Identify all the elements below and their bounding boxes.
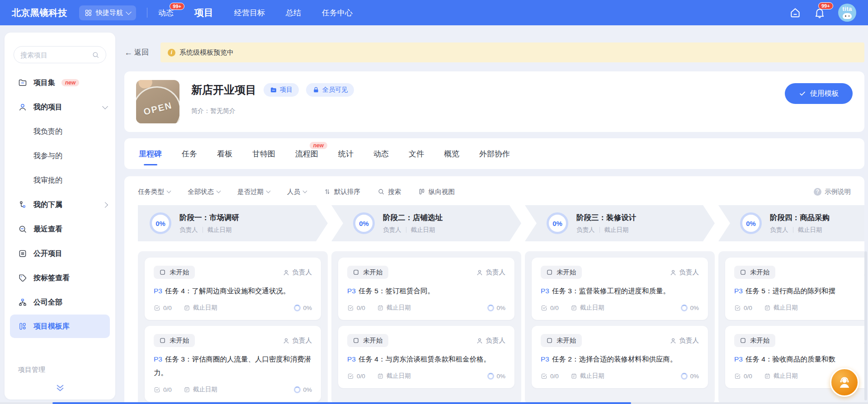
example-help-button[interactable]: ?示例说明 [814,188,851,196]
task-card[interactable]: 未开始负责人P3任务 4：了解周边商业设施和交通状况。0/0截止日期0% [145,258,321,320]
avatar[interactable]: tita [838,4,856,22]
task-status-badge[interactable]: 未开始 [541,334,582,347]
filter-overdue[interactable]: 是否过期 [237,188,270,196]
sidebar-item-i-approve[interactable]: 我审批的 [5,168,115,193]
task-status-badge[interactable]: 未开始 [154,334,195,347]
tab-milestone[interactable]: 里程碑 [139,138,162,169]
filter-status[interactable]: 全部状态 [188,188,220,196]
nav-item-task-center[interactable]: 任务中心 [322,8,353,18]
task-assignee[interactable]: 负责人 [670,336,699,345]
sidebar-item-view-by-tag[interactable]: 按标签查看 [5,266,115,290]
task-status-badge[interactable]: 未开始 [154,266,195,279]
notification-count-badge: 99+ [818,2,833,9]
nav-item-summary[interactable]: 总结 [286,8,301,18]
task-due-date[interactable]: 截止日期 [571,372,604,380]
task-checklist-count: 0/0 [347,305,365,311]
task-status-badge[interactable]: 未开始 [347,266,388,279]
project-search-box[interactable] [14,46,106,63]
sidebar-item-project-sets[interactable]: 项目集new [5,70,115,95]
task-title[interactable]: P3任务 4：与房东洽谈租赁条款和租金价格。 [347,352,505,366]
vertical-view-button[interactable]: 纵向视图 [418,188,455,196]
horizontal-scrollbar-thumb[interactable] [52,402,631,404]
person-icon [670,269,677,276]
quick-nav-button[interactable]: 快捷导航 [79,5,136,20]
tab-kanban[interactable]: 看板 [217,138,232,169]
task-priority: P3 [734,287,743,295]
customer-support-button[interactable] [830,368,859,397]
filter-people[interactable]: 人员 [287,188,307,196]
stage-owner-label: 负责人 [576,226,595,234]
task-title[interactable]: P3任务 4：了解周边商业设施和交通状况。 [154,284,312,298]
use-template-button[interactable]: 使用模板 [785,83,853,104]
nav-item-projects[interactable]: 项目 [194,6,213,19]
search-button[interactable]: 搜索 [377,188,401,196]
sidebar-item-my-subordinates[interactable]: 我的下属 [5,193,115,217]
sidebar-expand-button[interactable] [5,378,115,395]
sort-button[interactable]: 默认排序 [324,188,360,196]
task-status-badge[interactable]: 未开始 [734,266,775,279]
task-card[interactable]: 未开始负责人P3任务 5：签订租赁合同。0/0截止日期0% [338,258,514,320]
tab-stats[interactable]: 统计 [338,138,354,169]
tab-activity[interactable]: 动态 [373,138,389,169]
task-status-badge[interactable]: 未开始 [347,334,388,347]
task-assignee[interactable]: 负责人 [476,336,506,345]
stage-due-label: 截止日期 [798,226,822,234]
notifications-bell-icon[interactable]: 99+ [814,7,826,19]
task-due-date[interactable]: 截止日期 [184,304,217,312]
task-assignee[interactable]: 负责人 [283,336,312,345]
task-due-date[interactable]: 截止日期 [377,304,411,312]
sidebar-item-company-all[interactable]: 公司全部 [5,290,115,315]
sidebar-item-i-own[interactable]: 我负责的 [5,119,115,144]
task-due-date[interactable]: 截止日期 [377,372,411,380]
stage-banner[interactable]: 0%阶段四：商品采购负责人截止日期 [718,205,864,241]
back-button[interactable]: ← 返回 [124,48,149,57]
task-card[interactable]: 未开始负责人P3任务 5：进行商品的陈列和摆0/0截止日期0% [725,258,864,320]
check-square-icon [347,373,354,380]
tab-overview[interactable]: 概览 [444,138,459,169]
task-due-date[interactable]: 截止日期 [764,372,798,380]
task-card[interactable]: 未开始负责人P3任务 4：与房东洽谈租赁条款和租金价格。0/0截止日期0% [338,326,514,388]
template-icon [18,322,27,331]
task-assignee[interactable]: 负责人 [476,268,506,277]
task-status-badge[interactable]: 未开始 [541,266,582,279]
task-title[interactable]: P3任务 2：选择合适的装修材料和供应商。 [541,352,699,366]
brand-title: 北京黑镜科技 [12,7,67,19]
task-due-date[interactable]: 截止日期 [184,385,217,394]
nav-item-feed[interactable]: 动态99+ [158,8,174,18]
stage-banner[interactable]: 0%阶段一：市场调研负责人截止日期 [138,205,328,241]
filter-task-type[interactable]: 任务类型 [138,188,170,196]
sidebar-item-recently-viewed[interactable]: 最近查看 [5,217,115,241]
progress-ring-icon [681,305,688,311]
task-title[interactable]: P3任务 3：监督装修工程的进度和质量。 [541,284,699,298]
sort-icon [324,188,331,195]
tab-gantt[interactable]: 甘特图 [252,138,275,169]
task-title[interactable]: P3任务 5：进行商品的陈列和摆 [734,284,864,298]
tab-tasks[interactable]: 任务 [182,138,197,169]
nav-item-goals[interactable]: 经营目标 [234,8,265,18]
stage-banner[interactable]: 0%阶段三：装修设计负责人截止日期 [525,205,715,241]
org-icon [18,200,27,209]
sidebar-item-i-join[interactable]: 我参与的 [5,144,115,168]
tab-external[interactable]: 外部协作 [479,138,510,169]
sidebar-item-my-projects[interactable]: 我的项目 [5,95,115,119]
tab-flowchart[interactable]: 流程图new [295,138,318,169]
vertical-scrollbar-thumb[interactable] [864,251,867,400]
task-card[interactable]: 未开始负责人P3任务 3：评估商圈的人流量、人口密度和消费潜力。0/0截止日期0… [145,326,321,402]
task-title[interactable]: P3任务 4：验收商品的质量和数 [734,352,864,366]
search-input[interactable] [20,51,88,59]
task-card[interactable]: 未开始负责人P3任务 3：监督装修工程的进度和质量。0/0截止日期0% [532,258,708,320]
task-due-date[interactable]: 截止日期 [571,304,604,312]
task-title[interactable]: P3任务 3：评估商圈的人流量、人口密度和消费潜力。 [154,352,312,380]
home-icon[interactable] [789,7,801,19]
task-progress: 0% [487,305,505,311]
sidebar-item-public-projects[interactable]: 公开项目 [5,241,115,266]
task-title[interactable]: P3任务 5：签订租赁合同。 [347,284,505,298]
task-assignee[interactable]: 负责人 [283,268,312,277]
tab-files[interactable]: 文件 [409,138,424,169]
task-card[interactable]: 未开始负责人P3任务 2：选择合适的装修材料和供应商。0/0截止日期0% [532,326,708,388]
stage-banner[interactable]: 0%阶段二：店铺选址负责人截止日期 [331,205,521,241]
task-assignee[interactable]: 负责人 [670,268,699,277]
task-due-date[interactable]: 截止日期 [764,304,798,312]
sidebar-item-template-library[interactable]: 项目模板库 [10,315,110,338]
task-status-badge[interactable]: 未开始 [734,334,775,347]
